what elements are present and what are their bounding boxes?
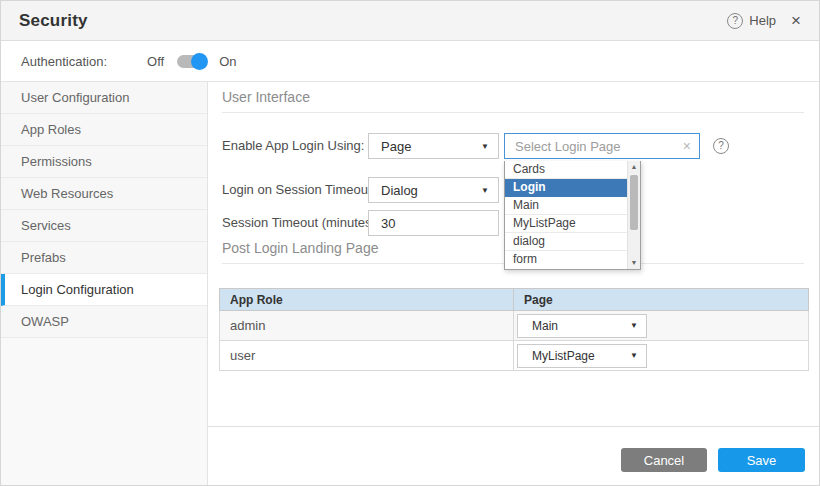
sidebar-item-permissions[interactable]: Permissions: [1, 146, 207, 178]
sidebar-item-web-resources[interactable]: Web Resources: [1, 178, 207, 210]
help-button[interactable]: ? Help: [727, 13, 776, 29]
scroll-down-icon[interactable]: ▼: [628, 257, 640, 269]
close-icon[interactable]: ×: [791, 12, 801, 29]
table-row: admin Main ▼: [220, 311, 809, 341]
enable-app-login-label: Enable App Login Using:: [222, 133, 364, 159]
dropdown-option-dialog[interactable]: dialog: [505, 233, 627, 251]
clear-icon[interactable]: ×: [683, 139, 691, 153]
column-header-app-role: App Role: [220, 289, 514, 311]
login-page-combobox[interactable]: ×: [504, 133, 700, 159]
save-button[interactable]: Save: [718, 448, 805, 472]
sidebar-item-app-roles[interactable]: App Roles: [1, 114, 207, 146]
scrollbar-thumb[interactable]: [630, 175, 638, 230]
table-header-row: App Role Page: [220, 289, 809, 311]
login-page-dropdown: Cards Login Main MyListPage dialog form …: [504, 161, 641, 270]
chevron-down-icon: ▼: [481, 186, 489, 195]
toggle-on-label: On: [219, 54, 236, 69]
sidebar-item-login-configuration[interactable]: Login Configuration: [1, 274, 207, 306]
toggle-off-label: Off: [147, 54, 164, 69]
chevron-down-icon: ▼: [481, 142, 489, 151]
dropdown-option-mylistpage[interactable]: MyListPage: [505, 215, 627, 233]
help-label: Help: [749, 13, 776, 28]
toggle-knob: [191, 53, 208, 70]
help-icon: ?: [727, 13, 743, 29]
dropdown-option-form[interactable]: form: [505, 251, 627, 269]
session-timeout-login-label: Login on Session Timeout:: [222, 177, 375, 203]
login-using-value: Page: [381, 139, 411, 154]
login-using-select[interactable]: Page ▼: [368, 133, 499, 159]
sidebar: User Configuration App Roles Permissions…: [1, 82, 208, 485]
dropdown-scrollbar[interactable]: ▲ ▼: [627, 161, 640, 269]
sidebar-item-services[interactable]: Services: [1, 210, 207, 242]
dialog-header: Security ? Help ×: [1, 1, 819, 41]
admin-page-value: Main: [532, 319, 558, 333]
dropdown-option-main[interactable]: Main: [505, 197, 627, 215]
role-cell: admin: [220, 311, 514, 341]
column-header-page: Page: [514, 289, 809, 311]
user-page-value: MyListPage: [532, 349, 595, 363]
cancel-button[interactable]: Cancel: [621, 448, 707, 472]
authentication-label: Authentication:: [21, 54, 107, 69]
section-divider: [222, 112, 804, 113]
dropdown-option-login[interactable]: Login: [505, 179, 627, 197]
session-timeout-minutes-label: Session Timeout (minutes):: [222, 210, 380, 236]
table-row: user MyListPage ▼: [220, 341, 809, 371]
session-timeout-value: Dialog: [381, 183, 418, 198]
scroll-up-icon[interactable]: ▲: [628, 161, 640, 173]
admin-page-select[interactable]: Main ▼: [517, 314, 647, 338]
role-cell: user: [220, 341, 514, 371]
authentication-bar: Authentication: Off On: [1, 41, 819, 82]
chevron-down-icon: ▼: [630, 321, 638, 330]
user-page-select[interactable]: MyListPage ▼: [517, 344, 647, 368]
sidebar-item-owasp[interactable]: OWASP: [1, 306, 207, 338]
landing-page-table: App Role Page admin Main ▼ user MyListPa…: [219, 288, 809, 371]
session-timeout-minutes-input[interactable]: [368, 210, 499, 236]
dropdown-option-cards[interactable]: Cards: [505, 161, 627, 179]
authentication-toggle[interactable]: [177, 55, 205, 68]
footer-divider: [208, 426, 819, 427]
login-page-input[interactable]: [507, 139, 683, 154]
page-title: Security: [19, 11, 88, 31]
field-help-icon[interactable]: ?: [713, 138, 729, 154]
sidebar-item-user-configuration[interactable]: User Configuration: [1, 82, 207, 114]
chevron-down-icon: ▼: [630, 351, 638, 360]
security-dialog: Security ? Help × Authentication: Off On…: [0, 0, 820, 486]
session-timeout-select[interactable]: Dialog ▼: [368, 177, 499, 203]
main-content: User Interface Enable App Login Using: P…: [208, 82, 819, 485]
section-post-login: Post Login Landing Page: [222, 240, 378, 256]
section-user-interface: User Interface: [222, 89, 310, 105]
sidebar-item-prefabs[interactable]: Prefabs: [1, 242, 207, 274]
